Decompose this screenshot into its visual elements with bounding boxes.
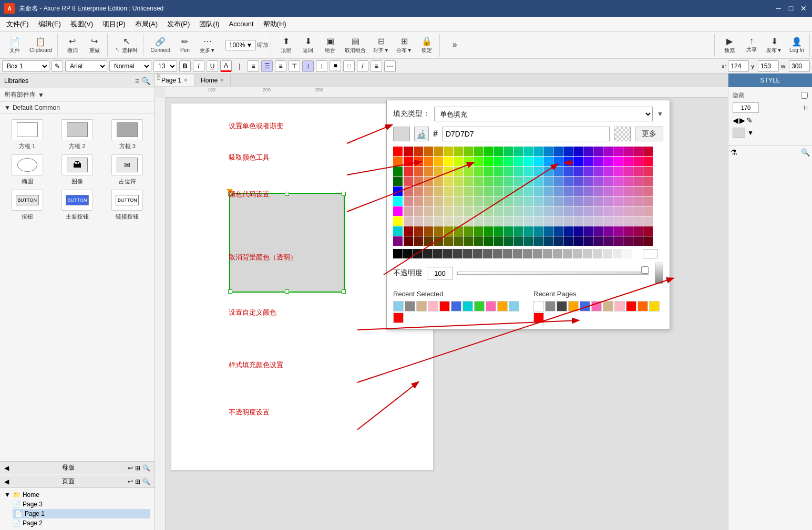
opacity-thumb[interactable] [641, 266, 649, 274]
palette-cell[interactable] [503, 216, 513, 226]
line-thick-btn[interactable]: ≡ [371, 60, 382, 72]
palette-cell[interactable] [494, 147, 503, 156]
palette-cell[interactable] [613, 157, 623, 166]
palette-cell[interactable] [474, 147, 483, 156]
palette-cell[interactable] [454, 196, 463, 206]
palette-cell[interactable] [414, 206, 423, 216]
palette-cell[interactable] [513, 176, 523, 186]
palette-cell[interactable] [523, 186, 533, 196]
palette-cell[interactable] [424, 236, 433, 246]
palette-cell[interactable] [414, 186, 423, 196]
palette-cell[interactable] [464, 147, 473, 156]
palette-cell[interactable] [573, 157, 583, 166]
palette-cell[interactable] [484, 226, 493, 236]
palette-cell[interactable] [454, 216, 463, 226]
palette-cell[interactable] [464, 167, 473, 176]
palette-cell[interactable] [523, 157, 533, 166]
palette-cell[interactable] [623, 216, 633, 226]
ungroup-btn[interactable]: ▤ 取消组合 [342, 35, 369, 55]
recent-selected-cell[interactable] [405, 301, 415, 311]
palette-cell[interactable] [424, 157, 433, 166]
opacity-vertical-slider[interactable] [655, 263, 663, 284]
palette-cell[interactable] [643, 167, 653, 176]
color-preview[interactable] [393, 127, 410, 141]
grayscale-cell[interactable] [433, 249, 443, 258]
palette-cell[interactable] [503, 147, 513, 156]
palette-cell[interactable] [623, 147, 633, 156]
palette-cell[interactable] [414, 147, 423, 156]
clipboard-btn[interactable]: 📋 Clipboard [26, 36, 55, 54]
palette-cell[interactable] [623, 206, 633, 216]
line-color-btn[interactable]: □ [343, 60, 355, 72]
menu-team[interactable]: 团队(I) [195, 18, 223, 30]
recent-pages-cell[interactable] [568, 301, 579, 311]
component-link-btn[interactable]: BUTTON 链接按钮 [105, 190, 150, 221]
palette-cell[interactable] [533, 157, 543, 166]
palette-cell[interactable] [444, 167, 453, 176]
palette-cell[interactable] [553, 216, 563, 226]
palette-cell[interactable] [583, 196, 593, 206]
palette-cell[interactable] [643, 176, 653, 186]
more-tools-btn[interactable]: ⋯ 更多▼ [197, 35, 219, 55]
recent-pages-cell[interactable] [649, 301, 660, 311]
palette-cell[interactable] [583, 206, 593, 216]
minimize-btn[interactable]: ─ [774, 4, 783, 13]
libraries-search-icon[interactable]: 🔍 [141, 77, 150, 85]
palette-cell[interactable] [533, 176, 543, 186]
palette-cell[interactable] [484, 147, 493, 156]
palette-cell[interactable] [503, 226, 513, 236]
palette-cell[interactable] [404, 147, 413, 156]
palette-cell[interactable] [613, 206, 623, 216]
italic-btn[interactable]: I [193, 60, 204, 72]
align-center-btn[interactable]: ☰ [261, 60, 273, 72]
palette-cell[interactable] [623, 186, 633, 196]
palette-cell[interactable] [603, 186, 613, 196]
palette-cell[interactable] [454, 226, 463, 236]
palette-cell[interactable] [474, 186, 483, 196]
grayscale-cell[interactable] [453, 249, 462, 258]
palette-cell[interactable] [583, 186, 593, 196]
palette-cell[interactable] [533, 216, 543, 226]
special-orange[interactable] [393, 157, 403, 166]
palette-cell[interactable] [613, 216, 623, 226]
palette-cell[interactable] [484, 157, 493, 166]
page-page2[interactable]: 📄 Page 2 [13, 518, 150, 528]
palette-cell[interactable] [593, 226, 603, 236]
distribute-btn[interactable]: ⊞ 分布▼ [393, 35, 415, 55]
palette-cell[interactable] [573, 216, 583, 226]
palette-cell[interactable] [474, 206, 483, 216]
palette-cell[interactable] [573, 147, 583, 156]
palette-cell[interactable] [513, 206, 523, 216]
palette-cell[interactable] [523, 236, 533, 246]
font-select[interactable]: Arial [65, 60, 107, 72]
palette-cell[interactable] [613, 196, 623, 206]
palette-cell[interactable] [404, 206, 413, 216]
expand-btn[interactable]: » [444, 39, 465, 51]
palette-cell[interactable] [454, 176, 463, 186]
palette-cell[interactable] [474, 196, 483, 206]
palette-cell[interactable] [494, 157, 503, 166]
palette-cell[interactable] [523, 176, 533, 186]
line-style-btn[interactable]: / [357, 60, 368, 72]
login-btn[interactable]: 👤 Log In [786, 36, 807, 54]
palette-cell[interactable] [414, 216, 423, 226]
palette-cell[interactable] [434, 216, 443, 226]
component-box1[interactable]: 方框 1 [4, 119, 50, 150]
grayscale-cell[interactable] [483, 249, 492, 258]
grayscale-cell[interactable] [463, 249, 472, 258]
underline-btn[interactable]: U [207, 60, 218, 72]
palette-cell[interactable] [613, 236, 623, 246]
page-page1[interactable]: 📄 Page 1 [13, 509, 150, 518]
grayscale-cell[interactable] [523, 249, 532, 258]
palette-cell[interactable] [404, 186, 413, 196]
palette-cell[interactable] [563, 176, 573, 186]
palette-cell[interactable] [494, 226, 503, 236]
palette-cell[interactable] [424, 147, 433, 156]
bold-btn[interactable]: B [179, 60, 191, 72]
recent-pages-cell[interactable] [580, 301, 590, 311]
palette-cell[interactable] [593, 196, 603, 206]
palette-cell[interactable] [643, 216, 653, 226]
palette-cell[interactable] [464, 236, 473, 246]
special-magenta[interactable] [393, 206, 403, 216]
palette-cell[interactable] [513, 196, 523, 206]
